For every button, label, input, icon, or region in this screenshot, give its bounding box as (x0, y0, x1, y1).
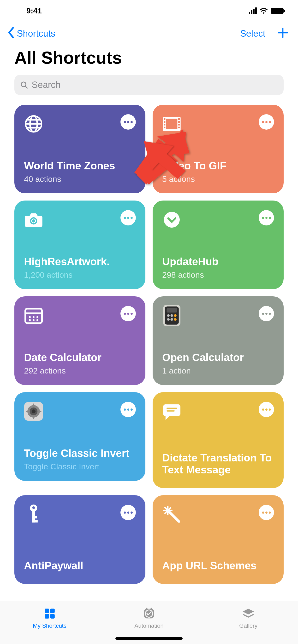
search-icon (20, 81, 28, 89)
more-button[interactable] (259, 306, 274, 321)
card-subtitle: Toggle Classic Invert (24, 462, 136, 471)
svg-point-40 (32, 410, 36, 413)
svg-line-59 (169, 512, 179, 522)
speech-icon (162, 402, 181, 421)
more-button[interactable] (120, 114, 136, 130)
svg-point-35 (171, 318, 173, 321)
calculator-app-icon (162, 306, 181, 325)
svg-point-27 (37, 319, 38, 321)
svg-rect-64 (50, 608, 55, 613)
svg-point-33 (174, 314, 177, 317)
svg-point-23 (33, 316, 35, 318)
svg-rect-50 (32, 520, 38, 522)
clock-check-icon (142, 606, 156, 620)
select-button[interactable]: Select (240, 28, 265, 39)
tab-label: Automation (134, 622, 163, 629)
wifi-icon (260, 8, 268, 14)
svg-rect-65 (45, 614, 49, 618)
shortcut-card[interactable]: Toggle Classic Invert Toggle Classic Inv… (14, 392, 145, 481)
svg-rect-66 (50, 614, 55, 618)
tab-automation[interactable]: Automation (99, 601, 199, 634)
tab-label: My Shortcuts (33, 622, 66, 629)
shortcut-card[interactable]: Date Calculator 292 actions (14, 296, 145, 385)
svg-point-24 (37, 316, 38, 318)
home-indicator[interactable] (115, 637, 183, 640)
svg-point-32 (171, 314, 173, 317)
film-icon (162, 114, 181, 134)
more-button[interactable] (120, 402, 136, 417)
card-subtitle: 1 action (162, 366, 274, 376)
shortcut-card[interactable]: App URL Schemes (153, 495, 284, 584)
card-title: App URL Schemes (162, 560, 274, 572)
svg-point-48 (32, 506, 35, 509)
search-placeholder: Search (32, 80, 60, 90)
back-button[interactable]: Shortcuts (7, 27, 55, 40)
svg-rect-10 (164, 121, 166, 123)
status-time: 9:41 (26, 6, 42, 15)
card-title: Toggle Classic Invert (24, 447, 136, 460)
card-title: World Time Zones (24, 160, 136, 172)
svg-point-25 (29, 319, 31, 321)
shortcut-card[interactable]: World Time Zones 40 actions (14, 105, 145, 193)
calendar-icon (24, 306, 43, 325)
nav-bar: Shortcuts Select (0, 22, 298, 43)
shortcut-card[interactable]: UpdateHub 298 actions (153, 200, 284, 289)
battery-icon (271, 8, 284, 14)
status-bar: 9:41 (0, 0, 298, 22)
more-button[interactable] (259, 402, 274, 417)
more-button[interactable] (259, 210, 274, 226)
shortcut-card[interactable]: HighResArtwork. 1,200 actions (14, 200, 145, 289)
card-title: UpdateHub (162, 256, 274, 268)
card-title: HighResArtwork. (24, 256, 136, 268)
card-subtitle: 5 actions (162, 174, 274, 184)
shortcut-card[interactable]: Video To GIF 5 actions (153, 105, 284, 193)
shortcut-card[interactable]: AntiPaywall (14, 495, 145, 584)
svg-point-19 (164, 212, 180, 228)
back-label: Shortcuts (17, 28, 55, 39)
tab-my-shortcuts[interactable]: My Shortcuts (0, 601, 99, 634)
svg-point-34 (167, 318, 170, 321)
svg-rect-15 (178, 124, 180, 126)
more-button[interactable] (259, 114, 274, 130)
svg-point-22 (29, 316, 31, 318)
svg-rect-13 (178, 118, 180, 120)
svg-rect-30 (167, 308, 177, 312)
search-input[interactable]: Search (14, 75, 284, 95)
status-indicators (249, 8, 284, 14)
svg-rect-16 (178, 127, 180, 128)
tab-label: Gallery (239, 622, 257, 629)
card-title: Date Calculator (24, 352, 136, 364)
camera-icon (24, 210, 43, 229)
more-button[interactable] (120, 306, 136, 321)
card-title: Video To GIF (162, 160, 274, 172)
grid-icon (43, 606, 57, 620)
settings-app-icon (24, 402, 43, 421)
shortcut-card[interactable]: Open Calculator 1 action (153, 296, 284, 385)
tab-gallery[interactable]: Gallery (199, 601, 298, 634)
svg-rect-9 (164, 118, 166, 120)
page-title: All Shortcuts (0, 43, 298, 75)
more-button[interactable] (120, 210, 136, 226)
card-title: AntiPaywall (24, 560, 136, 572)
globe-icon (24, 114, 43, 134)
svg-rect-63 (45, 608, 49, 613)
shortcuts-grid: World Time Zones 40 actions Video To GIF… (0, 95, 298, 632)
svg-rect-11 (164, 124, 166, 126)
svg-rect-12 (164, 127, 166, 128)
card-subtitle: 298 actions (162, 270, 274, 280)
more-button[interactable] (259, 505, 274, 520)
card-title: Dictate Transla­tion To Text Message (162, 452, 274, 476)
svg-rect-14 (178, 121, 180, 123)
svg-point-17 (30, 217, 37, 224)
card-subtitle: 40 actions (24, 174, 136, 184)
card-subtitle: 1,200 actions (24, 270, 136, 280)
chevron-left-icon (7, 27, 15, 40)
key-icon (24, 505, 43, 524)
add-button[interactable] (277, 26, 288, 41)
cellular-icon (249, 8, 257, 14)
svg-line-1 (25, 86, 27, 88)
svg-point-36 (174, 318, 177, 321)
shortcut-card[interactable]: Dictate Transla­tion To Text Message (153, 392, 284, 488)
svg-rect-8 (166, 118, 178, 129)
more-button[interactable] (120, 505, 136, 520)
